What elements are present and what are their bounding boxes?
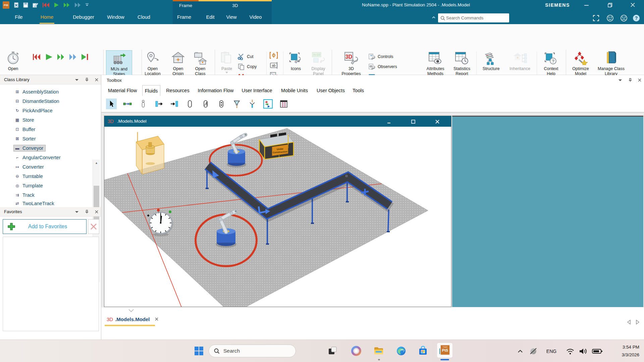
mixing-tank-tool[interactable]	[200, 99, 211, 109]
panel-pin-icon[interactable]	[628, 78, 633, 82]
panel-dropdown-icon[interactable]	[74, 77, 79, 82]
start-button[interactable]	[45, 53, 53, 62]
battery-icon[interactable]	[592, 348, 603, 355]
connector-tool[interactable]	[122, 99, 133, 109]
edit-icon[interactable]	[32, 2, 39, 8]
frame-marker-button[interactable]	[269, 51, 278, 61]
reset-button[interactable]	[32, 53, 42, 62]
controls-button[interactable]: M Controls	[368, 52, 393, 61]
copilot-button[interactable]	[351, 346, 361, 357]
feedback-negative-icon[interactable]	[620, 14, 628, 23]
tree-item-buffer[interactable]: ⊡Buffer	[0, 125, 91, 134]
fast-forward-without-animation-button[interactable]	[68, 53, 78, 62]
tab-view[interactable]: View	[222, 10, 240, 24]
observers-button[interactable]: Observers	[368, 62, 397, 71]
select-tool[interactable]	[106, 99, 117, 109]
command-search[interactable]	[438, 13, 509, 22]
fluids-table-tool[interactable]	[278, 99, 289, 109]
tree-item-turnplate[interactable]: ◎Turnplate	[0, 181, 91, 190]
start-button[interactable]	[194, 346, 204, 357]
tree-item-assemblystation[interactable]: ⊞AssemblyStation	[0, 87, 91, 97]
tab-home[interactable]: Home	[37, 10, 57, 24]
tree-item-twolanetrack[interactable]: ⇄TwoLaneTrack	[0, 200, 91, 207]
reset-icon[interactable]	[42, 2, 50, 8]
cut-button[interactable]: Cut	[237, 52, 253, 61]
save-icon[interactable]	[23, 2, 29, 8]
plant-simulation-taskbar-button[interactable]: TMX PtS	[437, 343, 453, 358]
qat-dropdown-icon[interactable]	[85, 2, 89, 8]
filler-tool[interactable]	[231, 99, 242, 109]
panel-dropdown-icon[interactable]	[74, 209, 79, 214]
panel-close-icon[interactable]	[637, 78, 642, 82]
emptier-tool[interactable]	[247, 99, 258, 109]
toolbox-tab-material-flow[interactable]: Material Flow	[104, 85, 141, 96]
toolbox-tab-fluids[interactable]: Fluids	[142, 85, 160, 96]
label-tool-button[interactable]: ab	[269, 61, 278, 71]
flow-control-tool[interactable]	[263, 99, 273, 109]
tree-item-angularconverter[interactable]: ⌐AngularConverter	[0, 153, 91, 162]
panel-close-icon[interactable]	[94, 209, 99, 214]
no-internet-icon[interactable]	[529, 347, 538, 356]
wifi-icon[interactable]	[566, 347, 575, 355]
doc-tab-close-icon[interactable]	[155, 317, 159, 321]
tree-item-sorter[interactable]: ⊠Sorter	[0, 134, 91, 143]
tab-scroll-left-icon[interactable]	[627, 319, 631, 326]
task-view-button[interactable]	[328, 346, 338, 357]
3d-window-titlebar[interactable]: 3D .Models.Model	[104, 116, 451, 127]
toolbox-tab-resources[interactable]: Resources	[164, 85, 192, 96]
tab-cloud[interactable]: Cloud	[133, 10, 155, 24]
toolbox-tab-user-interface[interactable]: User Interface	[239, 85, 275, 96]
toolbox-tab-mobile-units[interactable]: Mobile Units	[278, 85, 311, 96]
step-to-end-button[interactable]	[80, 53, 90, 62]
tab-file[interactable]: File	[9, 10, 28, 24]
add-to-favorites-button[interactable]: Add to Favorites	[3, 219, 87, 234]
help-icon[interactable]: ?	[633, 14, 640, 23]
volume-icon[interactable]	[578, 347, 588, 355]
tab-debugger[interactable]: Debugger	[68, 10, 99, 24]
tab-scroll-right-icon[interactable]	[635, 319, 640, 326]
clock-tray[interactable]: 3:54 PM 3/3/2026	[608, 343, 639, 359]
child-minimize-button[interactable]	[384, 119, 394, 124]
child-maximize-button[interactable]	[409, 119, 418, 124]
3d-scene[interactable]: Under Construction	[104, 127, 451, 307]
clear-favorites-button[interactable]	[88, 219, 99, 234]
tab-edit[interactable]: Edit	[202, 10, 219, 24]
taskbar-search-input[interactable]	[223, 348, 281, 354]
background-model-window[interactable]	[452, 116, 643, 307]
search-commands-input[interactable]	[445, 15, 507, 21]
restore-button[interactable]	[605, 2, 614, 10]
fast-forward-no-anim-icon[interactable]	[74, 2, 82, 8]
tab-frame[interactable]: Frame	[173, 10, 195, 24]
tree-item-dismantlestation[interactable]: ⊟DismantleStation	[0, 97, 91, 106]
copy-button[interactable]: Copy	[237, 62, 257, 71]
toolbox-tab-information-flow[interactable]: Information Flow	[195, 85, 237, 96]
toolbox-tab-user-objects[interactable]: User Objects	[314, 85, 347, 96]
tree-item-store[interactable]: ▦Store	[0, 115, 91, 125]
file-explorer-button[interactable]	[374, 346, 384, 357]
panel-close-icon[interactable]	[94, 77, 99, 82]
tab-video[interactable]: Video	[246, 10, 265, 24]
fast-forward-button[interactable]	[56, 53, 66, 62]
panel-dropdown-icon[interactable]	[618, 78, 623, 82]
edge-button[interactable]	[396, 346, 406, 357]
portioner-tool[interactable]	[216, 99, 227, 109]
favorites-list[interactable]	[3, 237, 99, 331]
toolbox-tab-tools[interactable]: Tools	[350, 85, 366, 96]
close-button[interactable]	[628, 2, 637, 10]
fullscreen-icon[interactable]	[592, 14, 600, 23]
start-simulation-icon[interactable]	[53, 2, 59, 8]
pipe-tool[interactable]	[138, 99, 149, 109]
tree-item-converter[interactable]: ↦Converter	[0, 162, 91, 172]
tray-expand-icon[interactable]	[517, 348, 524, 355]
tree-item-track[interactable]: ⇉Track	[0, 190, 91, 200]
new-model-icon[interactable]	[13, 2, 19, 8]
language-indicator[interactable]: ENG	[543, 340, 559, 362]
panel-pin-icon[interactable]	[85, 209, 89, 214]
tab-window[interactable]: Window	[102, 10, 130, 24]
search-collapse-icon[interactable]	[431, 15, 436, 21]
minimize-button[interactable]	[582, 2, 591, 9]
source-tool[interactable]	[154, 99, 164, 109]
child-close-button[interactable]	[433, 119, 442, 124]
tree-item-pickandplace[interactable]: ↻PickAndPlace	[0, 106, 91, 115]
tank-tool[interactable]	[184, 99, 195, 109]
